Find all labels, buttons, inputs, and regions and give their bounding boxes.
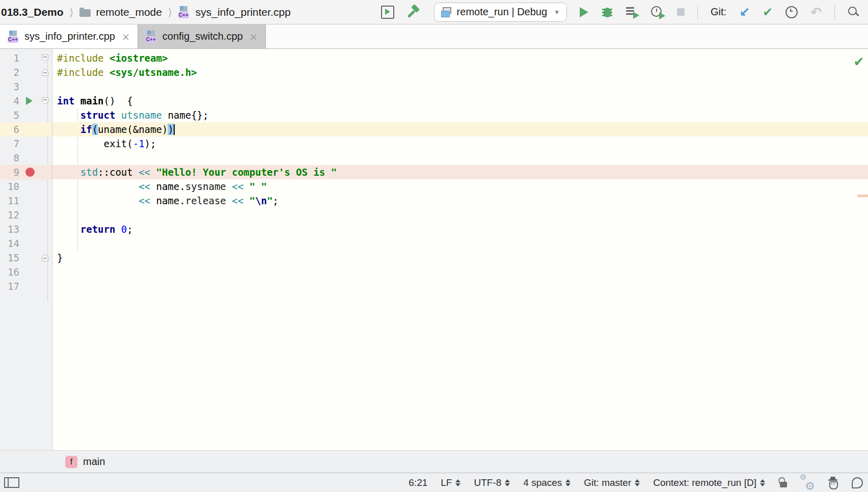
code-text[interactable]: #include <sys/utsname.h> bbox=[52, 65, 197, 79]
code-line-7[interactable]: 7 exit(-1); bbox=[0, 136, 868, 151]
fold-marker-icon[interactable] bbox=[42, 254, 48, 261]
line-number[interactable]: 14 bbox=[0, 236, 19, 251]
tab-sys-info-printer[interactable]: C++ sys_info_printer.cpp × bbox=[0, 24, 138, 48]
git-branch-widget[interactable]: Git: master bbox=[584, 477, 640, 488]
app-icon bbox=[441, 7, 452, 17]
gutter-icons bbox=[19, 79, 43, 94]
updown-arrows-icon bbox=[505, 479, 510, 486]
inspections-ok-icon[interactable]: ✔ bbox=[853, 54, 864, 69]
code-text[interactable]: struct utsname name{}; bbox=[52, 108, 208, 122]
encoding-widget[interactable]: UTF-8 bbox=[474, 477, 510, 488]
run-with-coverage-icon[interactable] bbox=[626, 6, 638, 18]
code-line-3[interactable]: 3 bbox=[0, 79, 868, 94]
event-log-icon[interactable] bbox=[852, 477, 863, 488]
line-number[interactable]: 3 bbox=[0, 79, 19, 94]
code-line-4[interactable]: 4int main() { bbox=[0, 94, 868, 108]
code-line-10[interactable]: 10 << name.sysname << " " bbox=[0, 179, 868, 194]
line-number[interactable]: 15 bbox=[0, 251, 19, 265]
indent-widget[interactable]: 4 spaces bbox=[523, 477, 571, 488]
caret-position-widget[interactable]: 6:21 bbox=[409, 477, 427, 488]
code-text[interactable]: #include <iostream> bbox=[52, 51, 168, 65]
line-number[interactable]: 7 bbox=[0, 136, 19, 151]
stop-button bbox=[677, 8, 685, 16]
tab-config-switch[interactable]: C++ config_switch.cpp × bbox=[138, 24, 266, 48]
fold-column bbox=[43, 151, 52, 165]
gutter-icons bbox=[19, 151, 43, 165]
chevron-right-icon: ⟩ bbox=[69, 6, 75, 18]
gutter-icons bbox=[19, 65, 43, 79]
line-number[interactable]: 12 bbox=[0, 208, 19, 222]
close-icon[interactable]: × bbox=[248, 31, 258, 42]
line-number[interactable]: 13 bbox=[0, 222, 19, 236]
status-bar: 6:21 LF UTF-8 4 spaces Git: master Conte… bbox=[0, 473, 868, 492]
run-config-selector[interactable]: remote_run | Debug ▼ bbox=[434, 3, 567, 22]
code-text[interactable]: return 0; bbox=[52, 222, 133, 236]
line-number[interactable]: 10 bbox=[0, 179, 19, 194]
git-rollback-icon: ↶ bbox=[810, 6, 822, 18]
line-number[interactable]: 8 bbox=[0, 151, 19, 165]
unlock-icon[interactable] bbox=[778, 477, 788, 488]
fold-marker-icon[interactable] bbox=[42, 54, 48, 62]
close-icon[interactable]: × bbox=[120, 31, 130, 42]
code-line-16[interactable]: 16 bbox=[0, 265, 868, 279]
gears-icon[interactable]: ⚙⚙ bbox=[801, 476, 814, 489]
code-line-12[interactable]: 12 bbox=[0, 208, 868, 222]
code-line-9[interactable]: 9 std::cout << "Hello! Your computer's O… bbox=[0, 165, 868, 179]
code-line-1[interactable]: 1#include <iostream> bbox=[0, 51, 868, 65]
line-number[interactable]: 6 bbox=[0, 122, 19, 136]
debug-button[interactable] bbox=[601, 6, 613, 18]
git-update-icon[interactable]: ↙ bbox=[739, 6, 750, 18]
code-text[interactable]: << name.release << "\n"; bbox=[52, 194, 279, 208]
line-number[interactable]: 9 bbox=[0, 165, 19, 179]
fold-marker-icon[interactable] bbox=[42, 97, 48, 104]
code-line-8[interactable]: 8 bbox=[0, 151, 868, 165]
fold-marker-icon[interactable] bbox=[42, 69, 48, 76]
fold-column bbox=[43, 165, 52, 179]
gutter-icons bbox=[19, 136, 43, 151]
hector-inspector-icon[interactable] bbox=[827, 477, 838, 489]
git-commit-icon[interactable]: ✔ bbox=[763, 6, 773, 18]
fold-column bbox=[43, 222, 52, 236]
code-line-5[interactable]: 5 struct utsname name{}; bbox=[0, 108, 868, 122]
breadcrumb-file[interactable]: sys_info_printer.cpp bbox=[196, 6, 291, 18]
breadcrumb-folder[interactable]: remote_mode bbox=[96, 6, 162, 18]
line-separator-widget[interactable]: LF bbox=[441, 477, 460, 488]
code-line-11[interactable]: 11 << name.release << "\n"; bbox=[0, 194, 868, 208]
code-line-6[interactable]: 6 if(uname(&name)) bbox=[0, 122, 868, 136]
code-line-2[interactable]: 2#include <sys/utsname.h> bbox=[0, 65, 868, 79]
line-number[interactable]: 5 bbox=[0, 108, 19, 122]
context-widget[interactable]: Context: remote_run [D] bbox=[653, 477, 765, 488]
line-number[interactable]: 1 bbox=[0, 51, 19, 65]
code-text[interactable]: exit(-1); bbox=[52, 136, 156, 151]
breadcrumb-function[interactable]: main bbox=[83, 456, 105, 468]
breakpoint-icon[interactable] bbox=[25, 168, 35, 177]
gutter-icons bbox=[19, 194, 43, 208]
git-history-icon[interactable] bbox=[785, 6, 798, 18]
code-line-14[interactable]: 14 bbox=[0, 236, 868, 251]
run-window-icon[interactable] bbox=[381, 6, 394, 19]
run-line-icon[interactable] bbox=[26, 97, 33, 105]
profiler-icon[interactable] bbox=[651, 6, 664, 19]
breadcrumb-project[interactable]: 018.3_Demo bbox=[1, 6, 64, 18]
error-stripe-mark[interactable] bbox=[857, 195, 868, 197]
code-line-13[interactable]: 13 return 0; bbox=[0, 222, 868, 236]
code-line-15[interactable]: 15} bbox=[0, 251, 868, 265]
toolbar-separator bbox=[834, 5, 835, 20]
code-text[interactable]: if(uname(&name)) bbox=[52, 122, 175, 136]
code-editor[interactable]: 1#include <iostream>2#include <sys/utsna… bbox=[0, 49, 868, 450]
tool-window-toggle-icon[interactable] bbox=[4, 477, 19, 488]
line-number[interactable]: 2 bbox=[0, 65, 19, 79]
line-number[interactable]: 11 bbox=[0, 194, 19, 208]
run-button[interactable] bbox=[580, 7, 588, 17]
search-icon[interactable] bbox=[848, 6, 860, 18]
code-text[interactable]: std::cout << "Hello! Your computer's OS … bbox=[52, 165, 337, 179]
line-number[interactable]: 16 bbox=[0, 265, 19, 279]
line-number[interactable]: 4 bbox=[0, 94, 19, 108]
code-text[interactable]: << name.sysname << " " bbox=[52, 179, 267, 194]
code-line-17[interactable]: 17 bbox=[0, 279, 868, 293]
build-hammer-icon[interactable] bbox=[407, 5, 421, 19]
code-text[interactable]: } bbox=[52, 251, 63, 265]
line-number[interactable]: 17 bbox=[0, 279, 19, 293]
gutter-icons bbox=[19, 251, 43, 265]
code-text[interactable]: int main() { bbox=[52, 94, 133, 108]
